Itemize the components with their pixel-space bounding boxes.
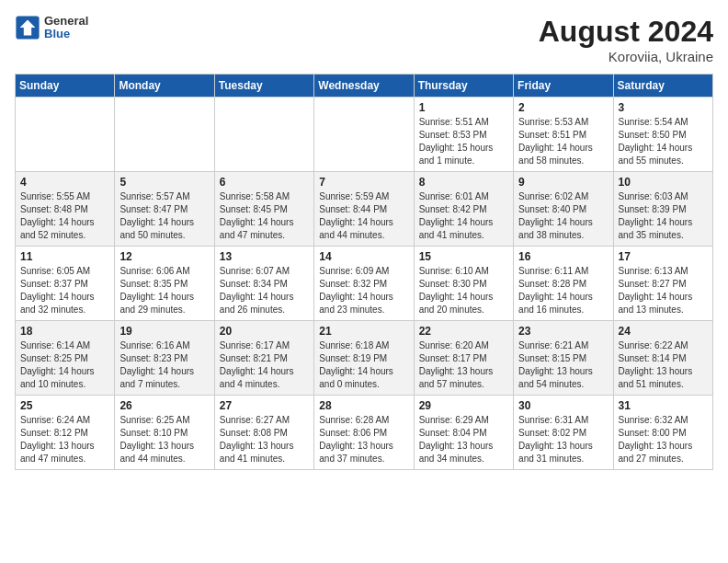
- weekday-header-monday: Monday: [115, 75, 214, 98]
- day-info: Sunrise: 6:05 AM Sunset: 8:37 PM Dayligh…: [20, 265, 109, 316]
- calendar-cell: 21Sunrise: 6:18 AM Sunset: 8:19 PM Dayli…: [314, 321, 414, 396]
- weekday-header-row: SundayMondayTuesdayWednesdayThursdayFrid…: [16, 75, 713, 98]
- day-number: 18: [20, 325, 109, 338]
- day-number: 8: [419, 176, 508, 189]
- day-number: 2: [518, 101, 608, 114]
- day-info: Sunrise: 6:09 AM Sunset: 8:32 PM Dayligh…: [319, 265, 408, 316]
- day-info: Sunrise: 6:11 AM Sunset: 8:28 PM Dayligh…: [518, 265, 608, 316]
- weekday-header-thursday: Thursday: [414, 75, 513, 98]
- day-number: 7: [319, 176, 408, 189]
- day-info: Sunrise: 6:31 AM Sunset: 8:02 PM Dayligh…: [518, 414, 608, 465]
- day-info: Sunrise: 6:20 AM Sunset: 8:17 PM Dayligh…: [419, 339, 508, 391]
- calendar-cell: 19Sunrise: 6:16 AM Sunset: 8:23 PM Dayli…: [115, 321, 214, 396]
- calendar-cell: 5Sunrise: 5:57 AM Sunset: 8:47 PM Daylig…: [115, 172, 214, 247]
- day-info: Sunrise: 6:02 AM Sunset: 8:40 PM Dayligh…: [518, 190, 608, 242]
- day-number: 24: [619, 325, 708, 338]
- page-subtitle: Koroviia, Ukraine: [539, 49, 713, 64]
- calendar-week-5: 25Sunrise: 6:24 AM Sunset: 8:12 PM Dayli…: [16, 396, 713, 470]
- day-number: 29: [419, 399, 508, 412]
- calendar-cell: 16Sunrise: 6:11 AM Sunset: 8:28 PM Dayli…: [514, 247, 613, 321]
- calendar-cell: 1Sunrise: 5:51 AM Sunset: 8:53 PM Daylig…: [414, 98, 513, 172]
- day-number: 4: [20, 176, 109, 189]
- day-info: Sunrise: 6:22 AM Sunset: 8:14 PM Dayligh…: [619, 339, 708, 391]
- logo-icon: [15, 15, 40, 40]
- day-number: 9: [518, 176, 608, 189]
- calendar-cell: 8Sunrise: 6:01 AM Sunset: 8:42 PM Daylig…: [414, 172, 513, 247]
- day-info: Sunrise: 5:58 AM Sunset: 8:45 PM Dayligh…: [220, 190, 309, 242]
- day-number: 25: [20, 399, 109, 412]
- day-number: 16: [518, 250, 608, 263]
- calendar-cell: 29Sunrise: 6:29 AM Sunset: 8:04 PM Dayli…: [414, 396, 513, 470]
- page-title: August 2024: [539, 15, 713, 49]
- calendar-cell: 2Sunrise: 5:53 AM Sunset: 8:51 PM Daylig…: [514, 98, 613, 172]
- calendar-cell: 4Sunrise: 5:55 AM Sunset: 8:48 PM Daylig…: [16, 172, 115, 247]
- day-number: 26: [119, 399, 209, 412]
- calendar-cell: [314, 98, 414, 172]
- title-block: August 2024 Koroviia, Ukraine: [539, 15, 713, 64]
- day-info: Sunrise: 6:17 AM Sunset: 8:21 PM Dayligh…: [220, 339, 309, 391]
- calendar-week-4: 18Sunrise: 6:14 AM Sunset: 8:25 PM Dayli…: [16, 321, 713, 396]
- day-info: Sunrise: 5:54 AM Sunset: 8:50 PM Dayligh…: [619, 116, 708, 167]
- calendar-cell: 28Sunrise: 6:28 AM Sunset: 8:06 PM Dayli…: [314, 396, 414, 470]
- calendar-table: SundayMondayTuesdayWednesdayThursdayFrid…: [15, 74, 713, 470]
- logo: General Blue: [15, 15, 88, 41]
- calendar-cell: 6Sunrise: 5:58 AM Sunset: 8:45 PM Daylig…: [214, 172, 313, 247]
- calendar-cell: 14Sunrise: 6:09 AM Sunset: 8:32 PM Dayli…: [314, 247, 414, 321]
- day-info: Sunrise: 6:07 AM Sunset: 8:34 PM Dayligh…: [220, 265, 309, 316]
- day-info: Sunrise: 5:57 AM Sunset: 8:47 PM Dayligh…: [119, 190, 209, 242]
- calendar-cell: 12Sunrise: 6:06 AM Sunset: 8:35 PM Dayli…: [115, 247, 214, 321]
- calendar-cell: 22Sunrise: 6:20 AM Sunset: 8:17 PM Dayli…: [414, 321, 513, 396]
- day-info: Sunrise: 6:01 AM Sunset: 8:42 PM Dayligh…: [419, 190, 508, 242]
- calendar-cell: [16, 98, 115, 172]
- weekday-header-sunday: Sunday: [16, 75, 115, 98]
- calendar-cell: 25Sunrise: 6:24 AM Sunset: 8:12 PM Dayli…: [16, 396, 115, 470]
- day-number: 12: [119, 250, 209, 263]
- calendar-week-1: 1Sunrise: 5:51 AM Sunset: 8:53 PM Daylig…: [16, 98, 713, 172]
- day-number: 15: [419, 250, 508, 263]
- day-info: Sunrise: 6:29 AM Sunset: 8:04 PM Dayligh…: [419, 414, 508, 465]
- day-number: 19: [119, 325, 209, 338]
- day-info: Sunrise: 5:59 AM Sunset: 8:44 PM Dayligh…: [319, 190, 408, 242]
- calendar-cell: 3Sunrise: 5:54 AM Sunset: 8:50 PM Daylig…: [613, 98, 712, 172]
- calendar-cell: [115, 98, 214, 172]
- day-number: 30: [518, 399, 608, 412]
- day-number: 3: [619, 101, 708, 114]
- calendar-cell: 13Sunrise: 6:07 AM Sunset: 8:34 PM Dayli…: [214, 247, 313, 321]
- weekday-header-wednesday: Wednesday: [314, 75, 414, 98]
- day-info: Sunrise: 6:16 AM Sunset: 8:23 PM Dayligh…: [119, 339, 209, 391]
- day-info: Sunrise: 5:51 AM Sunset: 8:53 PM Dayligh…: [419, 116, 508, 167]
- calendar-cell: 18Sunrise: 6:14 AM Sunset: 8:25 PM Dayli…: [16, 321, 115, 396]
- day-number: 5: [119, 176, 209, 189]
- day-info: Sunrise: 6:24 AM Sunset: 8:12 PM Dayligh…: [20, 414, 109, 465]
- day-info: Sunrise: 6:13 AM Sunset: 8:27 PM Dayligh…: [619, 265, 708, 316]
- calendar-cell: 24Sunrise: 6:22 AM Sunset: 8:14 PM Dayli…: [613, 321, 712, 396]
- day-number: 20: [220, 325, 309, 338]
- calendar-cell: 30Sunrise: 6:31 AM Sunset: 8:02 PM Dayli…: [514, 396, 613, 470]
- day-number: 1: [419, 101, 508, 114]
- logo-text: General Blue: [44, 15, 88, 41]
- day-number: 14: [319, 250, 408, 263]
- calendar-cell: 20Sunrise: 6:17 AM Sunset: 8:21 PM Dayli…: [214, 321, 313, 396]
- day-info: Sunrise: 6:28 AM Sunset: 8:06 PM Dayligh…: [319, 414, 408, 465]
- page-header: General Blue August 2024 Koroviia, Ukrai…: [15, 15, 713, 64]
- calendar-cell: 23Sunrise: 6:21 AM Sunset: 8:15 PM Dayli…: [514, 321, 613, 396]
- day-number: 13: [220, 250, 309, 263]
- day-number: 27: [220, 399, 309, 412]
- calendar-cell: 15Sunrise: 6:10 AM Sunset: 8:30 PM Dayli…: [414, 247, 513, 321]
- day-number: 11: [20, 250, 109, 263]
- weekday-header-saturday: Saturday: [613, 75, 712, 98]
- calendar-cell: 17Sunrise: 6:13 AM Sunset: 8:27 PM Dayli…: [613, 247, 712, 321]
- day-number: 28: [319, 399, 408, 412]
- calendar-cell: [214, 98, 313, 172]
- day-number: 21: [319, 325, 408, 338]
- day-info: Sunrise: 6:03 AM Sunset: 8:39 PM Dayligh…: [619, 190, 708, 242]
- day-info: Sunrise: 6:06 AM Sunset: 8:35 PM Dayligh…: [119, 265, 209, 316]
- day-number: 23: [518, 325, 608, 338]
- logo-general-text: General: [44, 15, 88, 28]
- day-info: Sunrise: 5:55 AM Sunset: 8:48 PM Dayligh…: [20, 190, 109, 242]
- day-number: 10: [619, 176, 708, 189]
- day-info: Sunrise: 5:53 AM Sunset: 8:51 PM Dayligh…: [518, 116, 608, 167]
- calendar-cell: 10Sunrise: 6:03 AM Sunset: 8:39 PM Dayli…: [613, 172, 712, 247]
- day-number: 31: [619, 399, 708, 412]
- day-info: Sunrise: 6:27 AM Sunset: 8:08 PM Dayligh…: [220, 414, 309, 465]
